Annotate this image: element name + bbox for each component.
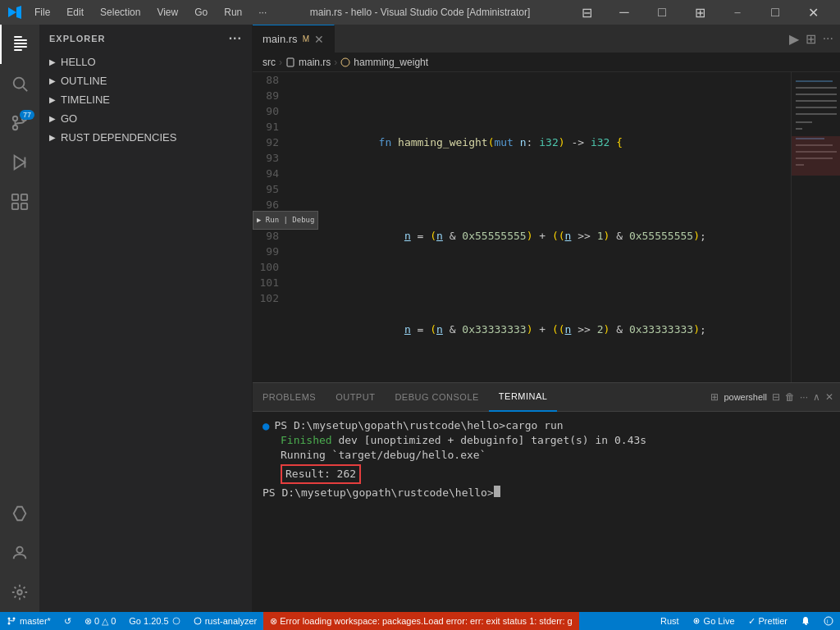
test-icon [11, 504, 29, 523]
titlebar: File Edit Selection View Go Run ··· main… [0, 0, 840, 25]
sidebar-item-hello[interactable]: ▶ HELLO [39, 52, 252, 71]
split-editor-btn[interactable]: ⊞ [806, 31, 816, 47]
status-branch[interactable]: master* [0, 612, 57, 630]
status-language[interactable]: Rust [654, 612, 686, 630]
more-actions-btn[interactable]: ··· [823, 31, 833, 46]
svg-rect-30 [796, 128, 802, 130]
terminal-line-running: Running `target/debug/hello.exe` [262, 448, 830, 463]
tab-debug-console[interactable]: DEBUG CONSOLE [385, 383, 488, 412]
run-action-btn[interactable]: ▶ [789, 31, 799, 47]
menu-go[interactable]: Go [188, 5, 214, 20]
svg-rect-28 [796, 113, 837, 115]
status-go-version[interactable]: Go 1.20.5 [122, 612, 186, 630]
minimize-window-btn[interactable]: ─ [719, 0, 756, 25]
activity-account[interactable] [0, 533, 39, 573]
activity-run[interactable] [0, 143, 39, 182]
code-line-89: n = (n & 0x55555555) + ((n >> 1) & 0x555… [289, 212, 788, 259]
activity-test[interactable] [0, 494, 39, 533]
maximize-btn[interactable]: □ [643, 0, 681, 25]
breadcrumb: src › main.rs › hamming_weight [253, 53, 840, 72]
sidebar-item-rust-deps[interactable]: ▶ RUST DEPENDENCIES [39, 128, 252, 147]
minimap-content [792, 72, 840, 382]
rust-analyzer-label: rust-analyzer [205, 616, 258, 626]
minimize-btn[interactable]: ─ [605, 0, 643, 25]
app-body: 77 Explorer ··· ▶ HELLO ▶ [0, 25, 840, 612]
menu-file[interactable]: File [28, 5, 57, 20]
sidebar-sections: ▶ HELLO ▶ OUTLINE ▶ TIMELINE ▶ GO ▶ RUST… [39, 52, 252, 147]
menu-run[interactable]: Run [217, 5, 249, 20]
breadcrumb-src[interactable]: src [262, 57, 276, 68]
tab-main-rs[interactable]: main.rs M ✕ [253, 25, 335, 53]
svg-rect-36 [792, 136, 840, 176]
terminal-content[interactable]: ● PS D:\mysetup\gopath\rustcode\hello> c… [253, 412, 840, 612]
split-terminal-btn[interactable]: ⊟ [772, 391, 780, 403]
code-editor[interactable]: 88 89 90 91 92 93 94 95 96 97 ▶ Run | De… [253, 72, 840, 382]
svg-point-42 [194, 618, 201, 624]
activity-extensions[interactable] [0, 182, 39, 221]
tab-output[interactable]: OUTPUT [326, 383, 385, 412]
menu-edit[interactable]: Edit [60, 5, 90, 20]
svg-rect-3 [14, 39, 27, 41]
sidebar-item-go[interactable]: ▶ GO [39, 109, 252, 128]
svg-rect-25 [796, 94, 837, 95]
panel-chevron-up-btn[interactable]: ∧ [813, 391, 820, 403]
hello-label: HELLO [61, 56, 96, 68]
terminal-result: Result: 262 [281, 464, 361, 484]
svg-point-22 [341, 58, 349, 66]
panel-close-btn[interactable]: ✕ [825, 391, 833, 403]
status-left: master* ↺ ⊗ 0 △ 0 Go 1.20.5 rust-analyze… [0, 612, 579, 630]
menu-more[interactable]: ··· [252, 5, 273, 20]
go-arrow: ▶ [49, 114, 56, 123]
hello-arrow: ▶ [49, 57, 56, 66]
error-count: ⊗ 0 △ 0 [84, 616, 116, 627]
layout-btn[interactable]: ⊞ [681, 0, 719, 25]
tab-terminal[interactable]: TERMINAL [489, 383, 558, 412]
menu-selection[interactable]: Selection [94, 5, 147, 20]
code-content[interactable]: fn hamming_weight(mut n: i32) -> i32 { n… [285, 72, 791, 382]
terminal-final-prompt: PS D:\mysetup\gopath\rustcode\hello> [262, 486, 494, 500]
sync-icon: ↺ [64, 616, 71, 627]
status-rust-analyzer[interactable]: rust-analyzer [187, 612, 264, 630]
sidebar-item-timeline[interactable]: ▶ TIMELINE [39, 90, 252, 109]
restore-btn[interactable]: □ [756, 0, 794, 25]
git-branch-icon [7, 616, 16, 626]
sidebar-menu-btn[interactable]: ··· [229, 31, 242, 46]
timeline-arrow: ▶ [49, 95, 56, 104]
settings-icon [11, 583, 29, 601]
svg-rect-27 [796, 107, 837, 108]
breadcrumb-file[interactable]: main.rs [285, 57, 331, 68]
activity-search[interactable] [0, 64, 39, 103]
status-error-msg[interactable]: ⊗ Error loading workspace: packages.Load… [263, 612, 579, 630]
svg-rect-4 [14, 43, 27, 44]
status-feedback[interactable]: i [817, 612, 840, 630]
status-errors[interactable]: ⊗ 0 △ 0 [78, 612, 122, 630]
panel-more-btn[interactable]: ··· [800, 391, 808, 403]
tab-close-btn[interactable]: ✕ [314, 33, 324, 46]
close-btn[interactable]: ✕ [794, 0, 832, 25]
menu-view[interactable]: View [150, 5, 185, 20]
status-prettier[interactable]: ✓ Prettier [742, 612, 794, 630]
svg-rect-29 [796, 121, 812, 123]
kill-terminal-btn[interactable]: 🗑 [785, 391, 795, 403]
search-icon [11, 75, 29, 93]
language-label: Rust [660, 616, 679, 626]
status-go-live[interactable]: Go Live [686, 612, 742, 630]
tab-modified-indicator: M [303, 34, 309, 43]
activity-settings[interactable] [0, 573, 39, 612]
activity-source-control[interactable]: 77 [0, 103, 39, 143]
activity-explorer[interactable] [0, 25, 39, 64]
sidebar-toggle-btn[interactable]: ⊟ [568, 0, 605, 25]
feedback-icon: i [824, 616, 833, 626]
status-sync[interactable]: ↺ [57, 612, 78, 630]
panel-tabs: PROBLEMS OUTPUT DEBUG CONSOLE TERMINAL ⊞… [253, 383, 840, 412]
svg-point-9 [13, 116, 18, 121]
svg-rect-15 [12, 194, 18, 200]
file-icon [285, 57, 295, 67]
titlebar-title: main.rs - hello - Visual Studio Code [Ad… [310, 7, 531, 18]
sidebar-item-outline[interactable]: ▶ OUTLINE [39, 71, 252, 90]
new-terminal-btn[interactable]: ⊞ [710, 391, 719, 403]
tab-problems[interactable]: PROBLEMS [253, 383, 326, 412]
svg-point-41 [173, 618, 180, 624]
breadcrumb-function[interactable]: hamming_weight [340, 57, 428, 68]
status-notifications[interactable] [794, 612, 817, 630]
